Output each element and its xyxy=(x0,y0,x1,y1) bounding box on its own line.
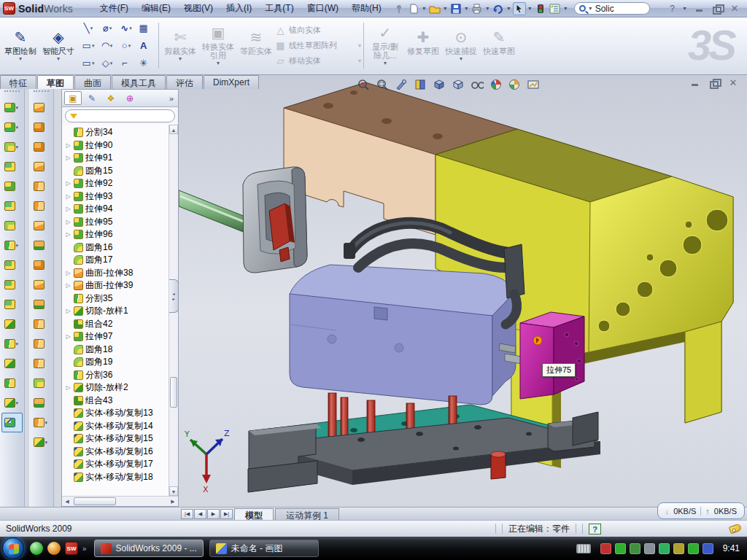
select-dropdown[interactable]: ▾ xyxy=(527,5,533,12)
pattern-tool-row[interactable]: ▱ 移动实体 ▾ xyxy=(275,54,361,69)
sketch-entity-icon[interactable]: ▭▾ xyxy=(79,55,98,72)
feature-tree-item[interactable]: ▷ 实体-移动/复制15 xyxy=(63,432,168,446)
sketch-entity-icon[interactable]: ◇▾ xyxy=(98,55,117,72)
feature-tree-item[interactable]: ▷ 组合42 xyxy=(63,318,168,331)
scroll-right-icon[interactable]: ▶ xyxy=(168,499,178,505)
tray-icon[interactable] xyxy=(703,543,713,554)
close-button[interactable]: ✕ xyxy=(729,4,740,13)
model-tab[interactable]: 模型 xyxy=(234,508,274,520)
search-box[interactable]: ▾ Solic xyxy=(574,2,650,15)
new-file-dropdown[interactable]: ▾ xyxy=(422,5,427,12)
dropdown-arrow-icon[interactable]: ▾ xyxy=(16,400,20,406)
expand-arrow-icon[interactable]: ▷ xyxy=(65,282,71,289)
restore-button[interactable] xyxy=(712,4,722,13)
search-input-value[interactable]: Solic xyxy=(595,4,614,14)
dropdown-arrow-icon[interactable]: ▾ xyxy=(45,440,50,446)
dropdown-arrow-icon[interactable]: ▾ xyxy=(217,61,220,67)
quick-tips-icon[interactable]: ? xyxy=(589,524,601,534)
surface-tool-button[interactable]: ▾ xyxy=(29,432,53,452)
feature-tree-item[interactable]: ▷ 拉伸91 xyxy=(63,152,168,165)
feature-tree-item[interactable]: ▷ 拉伸95 xyxy=(63,216,168,229)
feature-tree-item[interactable]: ▷ 圆角17 xyxy=(63,254,168,267)
feature-tool-button[interactable]: ▾ xyxy=(0,275,24,295)
scrollbar-thumb[interactable] xyxy=(170,377,177,408)
expand-arrow-icon[interactable]: ▷ xyxy=(65,270,71,276)
dropdown-arrow-icon[interactable]: ▾ xyxy=(16,125,20,131)
tray-icon[interactable] xyxy=(659,543,670,554)
dropdown-arrow-icon[interactable]: ▾ xyxy=(16,144,20,150)
dropdown-arrow-icon[interactable]: ▾ xyxy=(358,42,361,49)
rotate-view-icon[interactable] xyxy=(394,78,408,91)
expand-arrow-icon[interactable]: ▷ xyxy=(65,219,71,225)
expand-arrow-icon[interactable]: ▷ xyxy=(65,206,71,212)
undo-icon[interactable] xyxy=(492,2,505,15)
feature-tree-item[interactable]: ▷ 分割34 xyxy=(63,126,168,139)
pattern-tool-row[interactable]: △ 镜向实体 ▾ xyxy=(275,23,361,38)
expand-arrow-icon[interactable]: ▷ xyxy=(65,231,71,238)
toolbar-grip[interactable] xyxy=(34,90,49,96)
options-dropdown[interactable]: ▾ xyxy=(563,5,568,12)
menu-item[interactable]: 工具(T) xyxy=(258,0,300,17)
sketch-edit-button[interactable]: ≋ 等距实体 ▾ xyxy=(237,20,275,71)
display-style-icon[interactable]: ▾ xyxy=(451,78,465,91)
view-orientation-icon[interactable]: ▾ xyxy=(432,78,446,91)
dropdown-arrow-icon[interactable]: ▾ xyxy=(358,58,361,64)
feature-tree-item[interactable]: ▷ 曲面-拉伸38 xyxy=(63,267,168,280)
sketch-entity-icon[interactable]: ╲▾ xyxy=(79,20,98,37)
minimize-button[interactable] xyxy=(694,4,705,13)
start-button[interactable] xyxy=(2,537,24,559)
feature-tool-button[interactable]: ▾ xyxy=(0,314,24,334)
taskbar-task-button[interactable]: 未命名 - 画图 xyxy=(209,540,319,557)
tray-icon[interactable] xyxy=(644,543,655,554)
print-dropdown[interactable]: ▾ xyxy=(485,5,490,12)
surface-tool-button[interactable]: ▾ xyxy=(29,255,53,275)
view-settings-icon[interactable]: ▾ xyxy=(527,78,541,91)
sketch-tool-button[interactable]: ✎ 草图绘制 ▾ xyxy=(1,20,39,71)
surface-tool-button[interactable]: ▾ xyxy=(29,236,53,255)
surface-tool-button[interactable]: ▾ xyxy=(29,373,53,393)
feature-tool-button[interactable]: ▾ xyxy=(0,334,24,354)
feature-tree-item[interactable]: ▷ 分割35 xyxy=(63,292,168,306)
feature-tree-item[interactable]: ▷ 实体-移动/复制13 xyxy=(63,407,168,420)
zoom-area-icon[interactable] xyxy=(375,78,389,91)
sketch-edit-button[interactable]: ✄ 剪裁实体 ▾ xyxy=(161,20,199,71)
sketch-edit-button[interactable]: ▣ 转换实体引用 ▾ xyxy=(199,20,237,71)
property-manager-tab[interactable]: ✎ xyxy=(83,91,101,105)
apply-scene-icon[interactable]: ▾ xyxy=(508,78,522,91)
expand-arrow-icon[interactable]: ▷ xyxy=(65,180,71,187)
panel-tabs-overflow-chevron[interactable]: » xyxy=(169,94,176,103)
surface-tool-button[interactable]: ▾ xyxy=(29,314,53,334)
select-cursor-icon[interactable] xyxy=(513,2,526,15)
doc-minimize-button[interactable] xyxy=(690,79,700,88)
sketch-entity-icon[interactable]: ○▾ xyxy=(117,37,136,55)
model-gray-clamp[interactable] xyxy=(243,167,307,273)
dropdown-arrow-icon[interactable]: ▾ xyxy=(16,243,20,249)
command-tab[interactable]: 模具工具 xyxy=(112,75,166,89)
feature-manager-tab[interactable]: ▣ xyxy=(64,91,82,105)
menu-item[interactable]: 文件(F) xyxy=(93,0,135,17)
new-file-icon[interactable] xyxy=(407,2,420,15)
command-tab[interactable]: 特征 xyxy=(0,75,36,89)
feature-tree-item[interactable]: ▷ 圆角15 xyxy=(63,165,168,178)
feature-tree-item[interactable]: ▷ 切除-放样1 xyxy=(63,305,168,318)
feature-tree-item[interactable]: ▷ 拉伸93 xyxy=(63,190,168,203)
feature-tree-item[interactable]: ▷ 实体-移动/复制14 xyxy=(63,420,168,433)
print-icon[interactable] xyxy=(471,2,484,15)
feature-tree-item[interactable]: ▷ 组合43 xyxy=(63,394,168,408)
feature-tool-button[interactable]: ▾ xyxy=(0,137,24,157)
command-tab[interactable]: 曲面 xyxy=(74,75,111,89)
dropdown-arrow-icon[interactable]: ▾ xyxy=(19,57,22,63)
sketch-utility-button[interactable]: ✚ 修复草图 ▾ xyxy=(404,20,442,71)
scroll-left-icon[interactable]: ◀ xyxy=(62,499,72,505)
model-magenta-block[interactable] xyxy=(520,312,584,399)
quick-launch-overflow-chevron[interactable]: » xyxy=(82,545,87,553)
sketch-entity-icon[interactable]: A▾ xyxy=(136,37,155,55)
surface-tool-button[interactable]: ▾ xyxy=(29,354,53,373)
feature-tool-button[interactable]: ▾ xyxy=(0,98,24,117)
section-view-icon[interactable] xyxy=(413,78,427,91)
hide-show-items-icon[interactable]: ▾ xyxy=(470,78,484,91)
feature-tree-item[interactable]: ▷ 圆角18 xyxy=(63,343,168,357)
quick-launch-icon[interactable] xyxy=(47,542,61,555)
save-dropdown[interactable]: ▾ xyxy=(464,5,469,12)
sketch-utility-button[interactable]: ⊙ 快速捕捉 ▾ xyxy=(442,20,480,71)
